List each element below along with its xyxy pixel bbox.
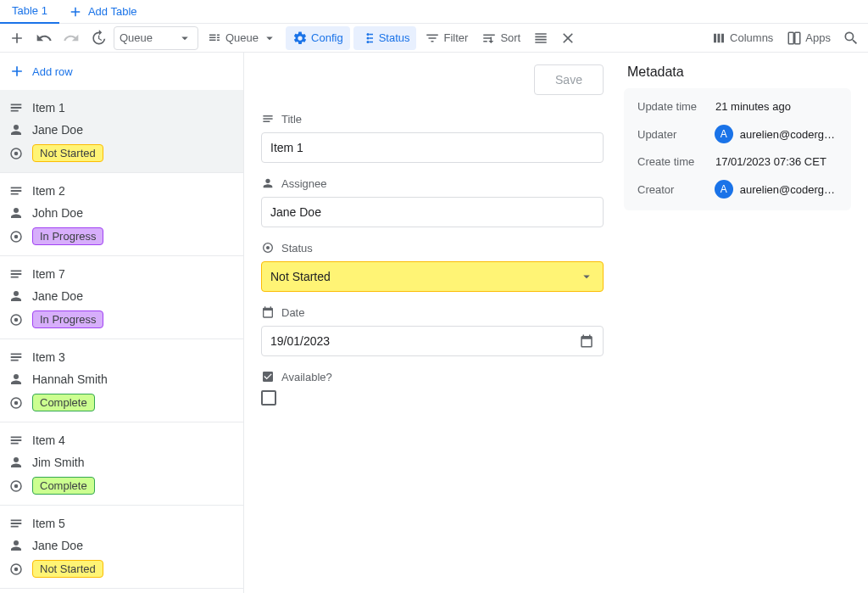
redo-icon [63,30,80,47]
chevron-down-icon [177,31,192,46]
list-item[interactable]: Item 7 Jane Doe In Progress [0,256,243,339]
search-button[interactable] [839,26,863,50]
metadata-row-create-time: Create time 17/01/2023 07:36 CET [637,155,837,168]
list-item[interactable]: Item 1 Jane Doe Not Started [0,90,243,173]
config-chip[interactable]: Config [286,26,350,50]
close-icon [559,30,576,47]
title-input[interactable] [261,132,604,163]
item-assignee: Hannah Smith [32,372,108,386]
metadata-panel: Metadata Update time 21 minutes ago Upda… [624,64,851,593]
filter-button[interactable]: Filter [420,26,473,50]
list-item[interactable]: Item 3 Hannah Smith Complete [0,339,243,422]
title-field-label: Title [261,112,604,126]
item-assignee: Jim Smith [32,456,84,469]
assignee-field-label: Assignee [261,176,604,190]
queue-icon [207,31,222,46]
status-label: Status [379,31,410,44]
detail-pane: Save Title Assignee Status Not Started [244,53,868,593]
sidebar: Add row Item 1 Jane Doe Not Started Item… [0,53,244,593]
plus-icon [8,63,25,80]
sort-icon [481,31,497,46]
item-title: Item 1 [32,101,65,115]
apps-button[interactable]: Apps [782,26,836,50]
checkbox-icon [261,370,275,383]
text-icon [8,266,24,282]
status-badge: Not Started [32,144,103,162]
apps-icon [787,31,802,46]
status-icon [8,478,24,494]
calendar-icon [579,333,594,349]
person-icon [8,455,24,470]
status-icon [261,241,275,255]
filter-icon [425,31,440,46]
chevron-down-icon [579,269,594,284]
status-badge: In Progress [32,227,103,245]
item-title: Item 3 [32,350,65,364]
date-input[interactable]: 19/01/2023 [261,326,604,356]
text-icon [8,350,24,365]
close-panel-button[interactable] [556,26,580,50]
redo-button[interactable] [59,26,83,50]
person-icon [8,288,24,304]
text-icon [8,516,24,531]
assignee-input[interactable] [261,197,604,227]
columns-button[interactable]: Columns [706,26,778,50]
date-value: 19/01/2023 [270,334,330,348]
person-icon [8,372,24,387]
columns-icon [711,31,726,46]
layout-select-value: Queue [225,31,259,44]
person-icon [8,205,24,221]
avatar: A [715,180,733,199]
list-item[interactable]: Item 2 John Doe In Progress [0,173,243,256]
history-button[interactable] [86,26,110,50]
item-title: Item 7 [32,267,65,281]
undo-button[interactable] [32,26,56,50]
metadata-row-creator: Creator Aaurelien@codergo... [637,180,837,199]
density-button[interactable] [529,26,553,50]
sort-label: Sort [500,31,520,44]
save-button[interactable]: Save [534,64,604,95]
item-assignee: Jane Doe [32,289,83,303]
item-assignee: Jane Doe [32,123,83,137]
text-icon [8,100,24,115]
columns-label: Columns [730,31,773,44]
status-chip[interactable]: Status [353,26,417,50]
item-title: Item 4 [32,434,65,447]
item-title: Item 2 [32,184,65,198]
date-field-label: Date [261,305,604,319]
status-badge: Complete [32,394,95,411]
status-select-value: Not Started [270,270,331,283]
view-select-value: Queue [120,31,153,44]
add-row-button[interactable]: Add row [0,53,243,90]
person-icon [8,538,24,553]
status-field-label: Status [261,241,604,255]
status-badge: Complete [32,477,95,495]
add-table-button[interactable]: Add Table [59,1,146,23]
sort-button[interactable]: Sort [476,26,526,50]
chevron-down-icon [262,31,277,46]
filter-label: Filter [443,31,468,44]
view-select[interactable]: Queue [114,26,198,50]
available-field-label: Available? [261,370,604,383]
item-assignee: Jane Doe [32,539,83,552]
avatar: A [715,125,733,143]
text-icon [261,112,275,126]
add-button[interactable] [5,26,29,50]
available-checkbox[interactable] [261,390,276,406]
metadata-title: Metadata [624,64,851,80]
list-item[interactable]: Item 5 Jane Doe Not Started [0,506,243,589]
toolbar: Queue Queue Config Status Filter Sort [0,24,868,53]
list-item[interactable]: Item 4 Jim Smith Complete [0,422,243,506]
calendar-icon [261,305,275,319]
status-icon [8,395,24,411]
metadata-row-update-time: Update time 21 minutes ago [637,100,837,113]
config-label: Config [311,31,343,44]
layout-select[interactable]: Queue [202,26,282,50]
item-title: Item 5 [32,517,65,530]
status-icon [8,312,24,327]
status-select[interactable]: Not Started [261,261,604,292]
plus-icon [8,30,25,47]
density-icon [532,30,549,47]
tab-table-1[interactable]: Table 1 [0,0,59,24]
status-badge: Not Started [32,560,103,578]
